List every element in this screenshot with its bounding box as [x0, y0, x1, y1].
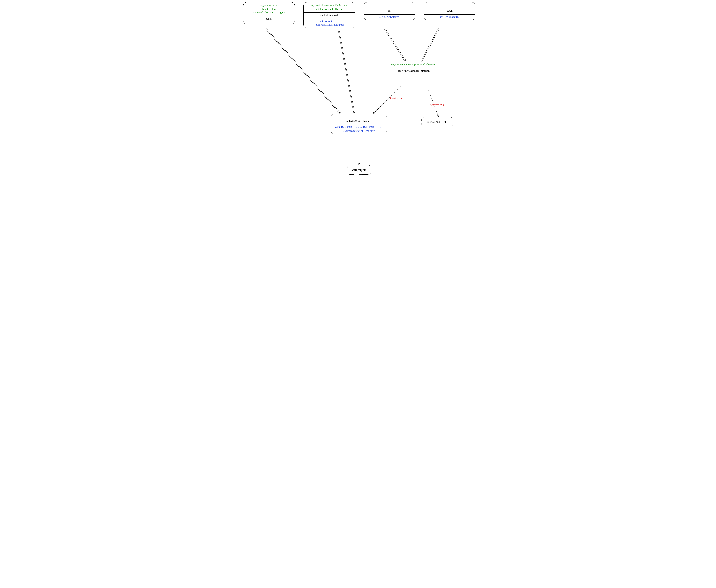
node-context-pre	[331, 114, 387, 118]
pre-line: target in accountCollaterals	[305, 7, 353, 11]
svg-line-0	[265, 28, 340, 113]
pre-line: msg.sender != this	[245, 3, 293, 7]
svg-line-2	[339, 31, 354, 113]
edge-label-target-neq: target != this	[390, 97, 404, 100]
edge-auth-to-context	[372, 86, 400, 114]
diagram-canvas: msg.sender != this target == this onBeha…	[239, 0, 477, 196]
pre-line: target == this	[245, 7, 293, 11]
svg-line-1	[266, 28, 341, 113]
node-auth-title: callWithAuthenticationInternal	[383, 68, 445, 74]
node-permit: msg.sender != this target == this onBeha…	[243, 2, 295, 24]
edge-control-to-context	[339, 31, 355, 113]
edge-permit-to-context	[265, 28, 341, 113]
node-auth-pre: onlyOwnerOrOperator(onBehalfOfAccount)	[383, 62, 445, 68]
svg-line-8	[372, 86, 399, 113]
pre-line: onlyController(onBehalfOfAccount)	[305, 3, 353, 7]
post-line: set/clearOperatorAuthenticated	[333, 129, 385, 133]
node-batch-post: setChecksDeferred	[424, 14, 475, 20]
svg-line-10	[427, 86, 438, 117]
node-batch-pre	[424, 2, 475, 8]
node-call-title: call	[364, 8, 415, 14]
svg-line-3	[339, 31, 355, 113]
node-control-pre: onlyController(onBehalfOfAccount) target…	[304, 2, 355, 12]
node-control-post: setChecksDeferred setImpersonationInProg…	[304, 18, 355, 28]
edge-call-to-auth	[384, 28, 406, 61]
post-line: setChecksDeferred	[305, 19, 353, 23]
node-permit-title: permit	[243, 16, 295, 22]
node-control-title: controlCollateral	[304, 12, 355, 18]
node-call-with-context: callWithContextInternal setOnBehalfOfAcc…	[331, 114, 387, 134]
node-call-pre	[364, 2, 415, 8]
post-line: setChecksDeferred	[366, 15, 413, 19]
node-permit-pre: msg.sender != this target == this onBeha…	[243, 2, 295, 16]
node-batch: batch setChecksDeferred	[424, 2, 475, 20]
pre-line: onBehalfOfAccount == signer	[245, 11, 293, 15]
node-context-title: callWithContextInternal	[331, 118, 387, 124]
terminal-delegatecall: delegatecall(this)	[421, 117, 453, 126]
svg-line-7	[422, 29, 439, 62]
terminal-call-target: call(target)	[347, 165, 371, 175]
node-context-post: setOnBehalfOfAccount(onBehalfOfAccount) …	[331, 124, 387, 134]
node-control-collateral: onlyController(onBehalfOfAccount) target…	[303, 2, 355, 28]
svg-line-5	[385, 28, 406, 61]
svg-line-4	[384, 28, 405, 61]
svg-line-6	[421, 28, 438, 61]
edge-label-target-eq: target == this	[430, 104, 444, 106]
post-line: setOnBehalfOfAccount(onBehalfOfAccount)	[333, 126, 385, 129]
node-batch-title: batch	[424, 8, 475, 14]
edge-auth-to-delegate	[427, 86, 438, 117]
node-call-with-auth: onlyOwnerOrOperator(onBehalfOfAccount) c…	[383, 62, 445, 78]
node-call: call setChecksDeferred	[364, 2, 415, 20]
terminal-label: delegatecall(this)	[427, 120, 448, 124]
node-call-post: setChecksDeferred	[364, 14, 415, 20]
edge-batch-to-auth	[421, 28, 439, 62]
post-line: setChecksDeferred	[426, 15, 473, 19]
pre-line: onlyOwnerOrOperator(onBehalfOfAccount)	[385, 63, 443, 67]
svg-line-9	[373, 86, 400, 114]
post-line: setImpersonationInProgress	[305, 23, 353, 27]
terminal-label: call(target)	[352, 168, 366, 172]
